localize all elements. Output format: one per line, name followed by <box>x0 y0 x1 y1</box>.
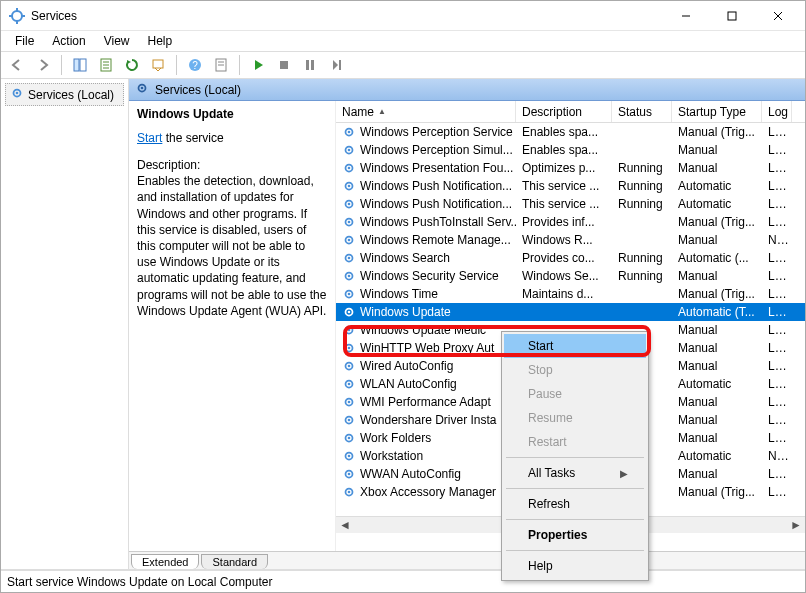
col-header-name[interactable]: Name ▲ <box>336 101 516 122</box>
svg-point-54 <box>348 347 351 350</box>
service-row[interactable]: Windows Remote Manage...Windows R...Manu… <box>336 231 805 249</box>
show-hide-tree-button[interactable] <box>68 53 92 77</box>
service-name: Windows Update <box>360 303 451 321</box>
menu-action[interactable]: Action <box>44 32 93 50</box>
selected-service-title: Windows Update <box>137 107 327 121</box>
menu-file[interactable]: File <box>7 32 42 50</box>
service-logon: Loca <box>762 159 792 177</box>
col-header-logon[interactable]: Log <box>762 101 792 122</box>
col-header-description[interactable]: Description <box>516 101 612 122</box>
menu-view[interactable]: View <box>96 32 138 50</box>
gear-icon <box>135 81 149 98</box>
service-name: Windows Presentation Fou... <box>360 159 513 177</box>
service-row[interactable]: Windows Security ServiceWindows Se...Run… <box>336 267 805 285</box>
svg-rect-15 <box>153 60 163 68</box>
service-name: Wondershare Driver Insta <box>360 411 497 429</box>
svg-point-0 <box>12 11 22 21</box>
service-row[interactable]: Windows SearchProvides co...RunningAutom… <box>336 249 805 267</box>
service-name: Windows Time <box>360 285 438 303</box>
service-startup: Manual (Trig... <box>672 285 762 303</box>
service-row[interactable]: Windows Perception Simul...Enables spa..… <box>336 141 805 159</box>
service-status <box>612 285 672 303</box>
svg-rect-9 <box>74 59 79 71</box>
export-button[interactable] <box>146 53 170 77</box>
content-area: Services (Local) Services (Local) Window… <box>1 79 805 570</box>
maximize-button[interactable] <box>709 1 755 31</box>
results-pane: Services (Local) Windows Update Start th… <box>129 79 805 569</box>
service-status <box>612 303 672 321</box>
pane-header: Services (Local) <box>129 79 805 101</box>
col-header-status[interactable]: Status <box>612 101 672 122</box>
ctx-all-tasks[interactable]: All Tasks ▶ <box>504 461 646 485</box>
service-status <box>612 231 672 249</box>
detail-panel: Windows Update Start the service Descrip… <box>129 101 335 551</box>
start-service-button[interactable] <box>246 53 270 77</box>
description-text: Enables the detection, download, and ins… <box>137 173 327 319</box>
svg-rect-3 <box>9 15 12 17</box>
service-name: WinHTTP Web Proxy Aut <box>360 339 494 357</box>
console-tree-pane: Services (Local) <box>1 79 129 569</box>
svg-point-40 <box>348 221 351 224</box>
service-name: Windows PushToInstall Serv... <box>360 213 516 231</box>
service-startup: Automatic (T... <box>672 303 762 321</box>
tab-extended[interactable]: Extended <box>131 554 199 569</box>
tab-standard[interactable]: Standard <box>201 554 268 569</box>
service-name: WWAN AutoConfig <box>360 465 461 483</box>
svg-rect-4 <box>22 15 25 17</box>
service-desc: Enables spa... <box>516 123 612 141</box>
svg-rect-23 <box>311 60 314 70</box>
service-logon: Loca <box>762 285 792 303</box>
ctx-properties[interactable]: Properties <box>504 523 646 547</box>
svg-point-66 <box>348 455 351 458</box>
scroll-right-icon[interactable]: ► <box>789 518 803 532</box>
properties-button[interactable] <box>209 53 233 77</box>
svg-point-34 <box>348 167 351 170</box>
close-button[interactable] <box>755 1 801 31</box>
service-name: Workstation <box>360 447 423 465</box>
service-name: Windows Remote Manage... <box>360 231 511 249</box>
service-name: WLAN AutoConfig <box>360 375 457 393</box>
svg-point-36 <box>348 185 351 188</box>
svg-rect-10 <box>80 59 86 71</box>
svg-point-32 <box>348 149 351 152</box>
svg-point-42 <box>348 239 351 242</box>
service-row[interactable]: Windows Presentation Fou...Optimizes p..… <box>336 159 805 177</box>
ctx-refresh[interactable]: Refresh <box>504 492 646 516</box>
pane-header-text: Services (Local) <box>155 83 241 97</box>
service-row[interactable]: Windows Push Notification...This service… <box>336 177 805 195</box>
restart-service-button[interactable] <box>324 53 348 77</box>
service-name: Windows Push Notification... <box>360 177 512 195</box>
ctx-start[interactable]: Start <box>504 334 646 358</box>
stop-service-button[interactable] <box>272 53 296 77</box>
service-row[interactable]: Windows TimeMaintains d...Manual (Trig..… <box>336 285 805 303</box>
svg-point-50 <box>348 311 351 314</box>
svg-point-26 <box>16 92 19 95</box>
service-status <box>612 123 672 141</box>
nav-forward-button[interactable] <box>31 53 55 77</box>
service-row[interactable]: Windows UpdateAutomatic (T...Loca <box>336 303 805 321</box>
service-name: Windows Update Medic <box>360 321 486 339</box>
tree-root-services-local[interactable]: Services (Local) <box>5 83 124 106</box>
service-startup: Manual <box>672 267 762 285</box>
service-desc: Maintains d... <box>516 285 612 303</box>
start-service-link[interactable]: Start <box>137 131 162 145</box>
pause-service-button[interactable] <box>298 53 322 77</box>
service-logon: Loca <box>762 213 792 231</box>
scroll-left-icon[interactable]: ◄ <box>338 518 352 532</box>
service-desc: This service ... <box>516 195 612 213</box>
refresh-button[interactable] <box>120 53 144 77</box>
minimize-button[interactable] <box>663 1 709 31</box>
col-header-startup[interactable]: Startup Type <box>672 101 762 122</box>
service-row[interactable]: Windows Push Notification...This service… <box>336 195 805 213</box>
service-name: Windows Security Service <box>360 267 499 285</box>
menu-help[interactable]: Help <box>140 32 181 50</box>
service-logon: Loca <box>762 483 792 501</box>
export-list-button[interactable] <box>94 53 118 77</box>
titlebar: Services <box>1 1 805 31</box>
service-row[interactable]: Windows PushToInstall Serv...Provides in… <box>336 213 805 231</box>
help-button[interactable]: ? <box>183 53 207 77</box>
nav-back-button[interactable] <box>5 53 29 77</box>
ctx-help[interactable]: Help <box>504 554 646 578</box>
service-row[interactable]: Windows Perception ServiceEnables spa...… <box>336 123 805 141</box>
svg-point-68 <box>348 473 351 476</box>
